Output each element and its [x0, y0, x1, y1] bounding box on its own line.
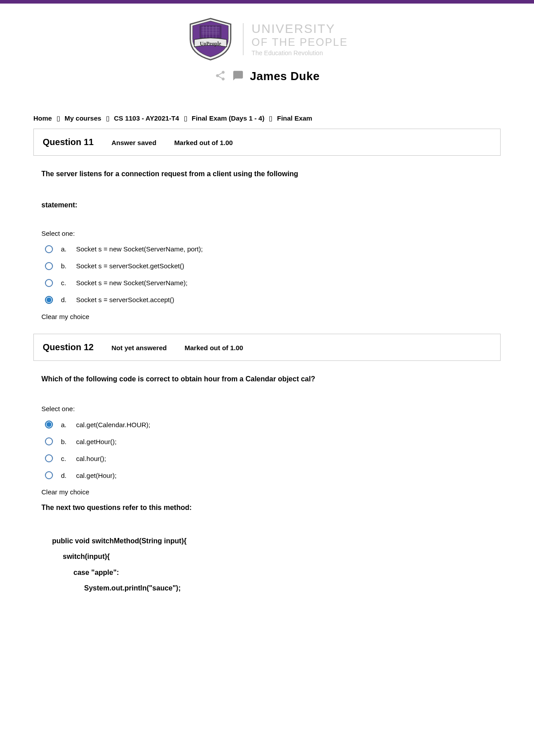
clear-choice-link[interactable]: Clear my choice [41, 488, 496, 496]
breadcrumb-separator: ▯ [184, 114, 187, 122]
option-row[interactable]: b. Socket s = serverSocket.getSocket() [41, 262, 496, 270]
university-line-2: OF THE PEOPLE [251, 36, 348, 49]
university-tagline: The Education Revolution [251, 49, 348, 57]
question-text-line-1: The server listens for a connection requ… [41, 168, 496, 180]
radio-unselected-icon[interactable] [45, 262, 53, 270]
option-letter: d. [61, 296, 68, 303]
page-content: UoPeople UNIVERSITY OF THE PEOPLE The Ed… [0, 4, 534, 636]
option-text: Socket s = serverSocket.getSocket() [76, 262, 184, 270]
question-status: Answer saved [111, 139, 156, 146]
logo-row: UoPeople UNIVERSITY OF THE PEOPLE The Ed… [33, 17, 501, 61]
question-12-header: Question 12 Not yet answered Marked out … [33, 334, 501, 361]
option-row[interactable]: a. cal.get(Calendar.HOUR); [41, 420, 496, 429]
option-row[interactable]: c. Socket s = new Socket(ServerName); [41, 279, 496, 287]
breadcrumb-separator: ▯ [106, 114, 109, 122]
code-line: switch(input){ [52, 549, 496, 564]
share-icon[interactable] [214, 70, 226, 83]
university-line-1: UNIVERSITY [251, 22, 348, 36]
question-marks: Marked out of 1.00 [174, 139, 233, 146]
question-12-body: Which of the following code is correct t… [33, 373, 501, 596]
question-text-line-2: statement: [41, 201, 496, 209]
breadcrumb-item[interactable]: Home [33, 114, 52, 122]
radio-selected-icon[interactable] [45, 420, 53, 429]
option-text: cal.get(Calendar.HOUR); [76, 421, 150, 429]
option-text: cal.hour(); [76, 455, 106, 462]
breadcrumb-item[interactable]: Final Exam (Days 1 - 4) [192, 114, 264, 122]
radio-unselected-icon[interactable] [45, 437, 53, 445]
question-status: Not yet answered [111, 344, 166, 352]
svg-text:UoPeople: UoPeople [200, 40, 221, 47]
logo-divider [243, 23, 243, 55]
code-line: case "apple": [52, 565, 496, 580]
university-name: UNIVERSITY OF THE PEOPLE The Education R… [251, 22, 348, 57]
option-row[interactable]: b. cal.getHour(); [41, 437, 496, 445]
radio-unselected-icon[interactable] [45, 471, 53, 479]
option-letter: d. [61, 472, 68, 479]
option-text: Socket s = new Socket(ServerName); [76, 279, 188, 287]
comment-icon[interactable] [232, 70, 244, 83]
top-accent-bar [0, 0, 534, 4]
clear-choice-link[interactable]: Clear my choice [41, 313, 496, 320]
radio-unselected-icon[interactable] [45, 245, 53, 253]
select-one-label: Select one: [41, 230, 496, 237]
option-text: Socket s = serverSocket.accept() [76, 296, 174, 303]
option-letter: c. [61, 279, 68, 287]
option-row[interactable]: c. cal.hour(); [41, 454, 496, 462]
breadcrumb-item[interactable]: CS 1103 - AY2021-T4 [114, 114, 179, 122]
option-row[interactable]: a. Socket s = new Socket(ServerName, por… [41, 245, 496, 253]
option-letter: b. [61, 438, 68, 445]
option-row[interactable]: d. Socket s = serverSocket.accept() [41, 296, 496, 304]
breadcrumb-separator: ▯ [57, 114, 60, 122]
author-name: James Duke [250, 69, 320, 83]
radio-selected-icon[interactable] [45, 296, 53, 304]
author-row: James Duke [33, 69, 501, 83]
breadcrumb-separator: ▯ [269, 114, 272, 122]
question-11-header: Question 11 Answer saved Marked out of 1… [33, 129, 501, 156]
radio-unselected-icon[interactable] [45, 454, 53, 462]
question-title: Question 12 [43, 342, 93, 352]
option-text: cal.get(Hour); [76, 472, 117, 479]
breadcrumb: Home ▯ My courses ▯ CS 1103 - AY2021-T4 … [33, 114, 501, 122]
question-title: Question 11 [43, 137, 93, 147]
option-letter: a. [61, 245, 68, 253]
code-block: public void switchMethod(String input){ … [41, 533, 496, 596]
university-shield-logo: UoPeople [186, 17, 235, 61]
option-text: Socket s = new Socket(ServerName, port); [76, 245, 203, 253]
question-marks: Marked out of 1.00 [185, 344, 243, 352]
refer-text: The next two questions refer to this met… [41, 504, 496, 512]
option-letter: b. [61, 262, 68, 270]
question-11-body: The server listens for a connection requ… [33, 168, 501, 320]
option-text: cal.getHour(); [76, 438, 117, 445]
option-row[interactable]: d. cal.get(Hour); [41, 471, 496, 479]
code-line: System.out.println("sauce"); [52, 580, 496, 596]
radio-unselected-icon[interactable] [45, 279, 53, 287]
option-letter: c. [61, 455, 68, 462]
breadcrumb-item[interactable]: My courses [65, 114, 101, 122]
option-letter: a. [61, 421, 68, 429]
breadcrumb-item[interactable]: Final Exam [277, 114, 312, 122]
code-line: public void switchMethod(String input){ [52, 533, 496, 549]
select-one-label: Select one: [41, 405, 496, 412]
question-text: Which of the following code is correct t… [41, 373, 496, 385]
